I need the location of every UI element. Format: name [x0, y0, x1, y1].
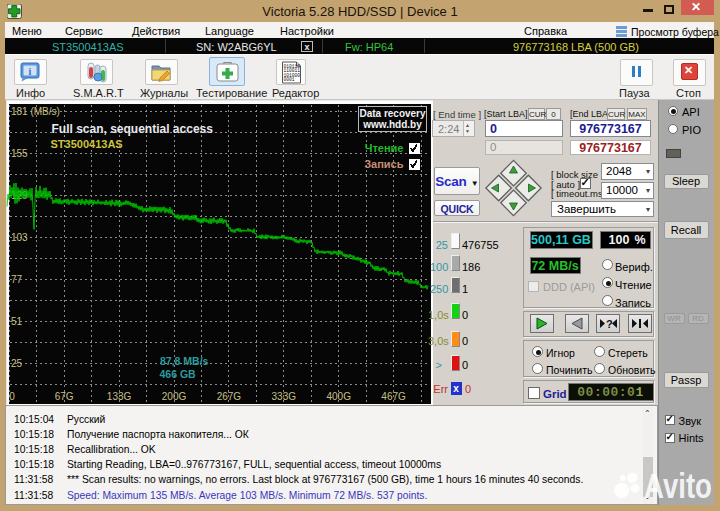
svg-text:466 GB: 466 GB — [160, 368, 197, 380]
svg-text:87,8 MB/s: 87,8 MB/s — [160, 355, 209, 367]
svg-text:155: 155 — [11, 148, 28, 159]
svg-text:Чтение: Чтение — [365, 142, 404, 154]
svg-text:Запись: Запись — [364, 158, 404, 170]
svg-text:?: ? — [606, 318, 613, 330]
svg-text:0001: 0001 — [284, 77, 295, 82]
svg-text:Avito: Avito — [644, 468, 712, 506]
svg-text:467G: 467G — [381, 391, 406, 402]
svg-text:51: 51 — [11, 316, 23, 327]
svg-text:www.hdd.by: www.hdd.by — [362, 119, 422, 130]
svg-text:77: 77 — [11, 274, 23, 285]
svg-text:Full scan, sequential access: Full scan, sequential access — [52, 122, 214, 136]
svg-text:i: i — [29, 66, 32, 77]
svg-text:Data recovery: Data recovery — [359, 108, 426, 119]
svg-text:400G: 400G — [326, 391, 351, 402]
svg-text:67G: 67G — [55, 391, 74, 402]
svg-text:ST3500413AS: ST3500413AS — [51, 138, 123, 150]
svg-text:200G: 200G — [162, 391, 187, 402]
svg-text:25: 25 — [11, 358, 23, 369]
svg-text:267G: 267G — [217, 391, 242, 402]
svg-text:0: 0 — [9, 391, 15, 402]
svg-text:103: 103 — [11, 232, 28, 243]
svg-text:333G: 333G — [272, 391, 297, 402]
svg-text:181 (MB/s): 181 (MB/s) — [11, 106, 60, 117]
svg-text:133G: 133G — [107, 391, 132, 402]
